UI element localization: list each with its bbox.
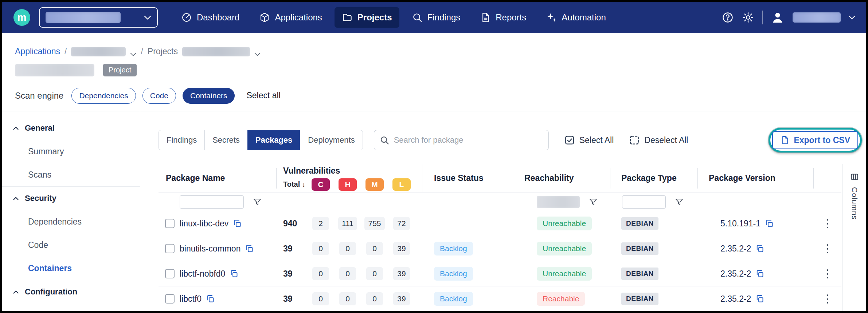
user-avatar-icon[interactable]: [771, 11, 785, 24]
row-menu-kebab[interactable]: ⋮: [822, 268, 833, 279]
nav-label: Applications: [275, 12, 322, 23]
scan-engine-row: Scan engine Dependencies Code Containers…: [2, 80, 866, 111]
header-actions: [814, 168, 841, 189]
row-menu-kebab[interactable]: ⋮: [822, 218, 833, 229]
row-checkbox[interactable]: [165, 294, 175, 304]
sidebar-item-containers[interactable]: Containers: [2, 257, 140, 280]
copy-icon[interactable]: [755, 244, 764, 253]
redacted-reachability-filter[interactable]: [537, 196, 580, 208]
header-package-name[interactable]: Package Name: [159, 168, 277, 189]
search-input[interactable]: [394, 135, 543, 145]
tab-secrets[interactable]: Secrets: [204, 130, 248, 150]
redacted-page-title: [15, 64, 94, 76]
select-all-button[interactable]: Select All: [564, 135, 614, 146]
sidebar-section-label: Configuration: [25, 287, 77, 297]
package-name-link[interactable]: libctf-nobfd0: [180, 269, 225, 279]
filter-funnel-icon[interactable]: [589, 197, 598, 207]
sidebar-section-header-security[interactable]: Security: [2, 187, 140, 210]
tab-findings[interactable]: Findings: [159, 130, 205, 150]
nav-projects[interactable]: Projects: [335, 7, 399, 28]
nav-applications[interactable]: Applications: [252, 7, 329, 28]
sidebar-section-header-configuration[interactable]: Configuration: [2, 280, 140, 304]
vuln-total-count: 940: [277, 219, 307, 229]
header-package-version[interactable]: Package Version: [698, 168, 814, 189]
copy-icon[interactable]: [755, 294, 764, 303]
sidebar-item-summary[interactable]: Summary: [2, 140, 140, 163]
table-filter-row: [159, 193, 841, 211]
vuln-critical-count: 0: [312, 292, 329, 305]
scan-engine-containers[interactable]: Containers: [183, 88, 235, 104]
package-name-filter-input[interactable]: [180, 195, 244, 209]
sidebar-item-dependencies[interactable]: Dependencies: [2, 210, 140, 233]
row-menu-kebab[interactable]: ⋮: [822, 293, 833, 304]
vuln-total-count: 39: [277, 294, 307, 304]
columns-panel-label: Columns: [850, 187, 859, 220]
table-header-row: Package Name Vulnerabilities Total ↓ C H…: [159, 164, 841, 193]
nav-automation[interactable]: Automation: [539, 7, 613, 28]
columns-panel-toggle[interactable]: Columns: [842, 164, 866, 311]
row-checkbox[interactable]: [165, 269, 175, 278]
help-icon[interactable]: [722, 11, 734, 24]
package-name-link[interactable]: linux-libc-dev: [180, 219, 228, 229]
nav-reports[interactable]: Reports: [473, 7, 533, 28]
nav-findings[interactable]: Findings: [404, 7, 468, 28]
gear-icon[interactable]: [742, 11, 754, 24]
chevron-down-icon[interactable]: [130, 52, 136, 56]
package-name-link[interactable]: libctf0: [180, 294, 202, 304]
export-to-csv-button[interactable]: Export to CSV: [772, 131, 858, 149]
row-menu-kebab[interactable]: ⋮: [822, 243, 833, 254]
scan-engine-dependencies[interactable]: Dependencies: [71, 88, 136, 104]
deselect-all-button[interactable]: Deselect All: [629, 135, 688, 146]
package-name-link[interactable]: binutils-common: [180, 244, 241, 254]
header-package-type[interactable]: Package Type: [610, 168, 698, 189]
header-reachability[interactable]: Reachability: [519, 168, 610, 189]
sidebar-item-scans[interactable]: Scans: [2, 163, 140, 186]
copy-icon[interactable]: [206, 294, 215, 303]
package-type-badge: DEBIAN: [621, 293, 658, 305]
sidebar-section-header-general[interactable]: General: [2, 116, 140, 140]
chevron-up-icon: [13, 197, 19, 201]
copy-icon[interactable]: [755, 269, 764, 278]
vuln-medium-count: 0: [366, 267, 383, 280]
chevron-down-icon[interactable]: [849, 15, 855, 20]
row-checkbox[interactable]: [165, 244, 175, 253]
package-type-filter-input[interactable]: [622, 195, 666, 209]
select-all-engines[interactable]: Select all: [246, 91, 280, 100]
sidebar: General Summary Scans Security Dependenc…: [2, 111, 140, 311]
package-version: 2.35.2-2: [720, 244, 751, 254]
header-issue-status[interactable]: Issue Status: [422, 168, 519, 189]
filter-funnel-icon[interactable]: [675, 197, 684, 207]
chevron-up-icon: [13, 126, 19, 130]
package-version: 2.35.2-2: [720, 294, 751, 304]
copy-icon[interactable]: [230, 269, 238, 278]
scan-engine-code[interactable]: Code: [142, 88, 176, 104]
vuln-critical-count: 2: [312, 217, 329, 230]
nav-label: Findings: [427, 12, 461, 23]
vuln-low-count: 39: [393, 267, 410, 280]
breadcrumb: Applications / / Projects: [2, 33, 866, 60]
tab-packages[interactable]: Packages: [247, 130, 301, 150]
breadcrumb-projects: Projects: [148, 47, 178, 56]
row-checkbox[interactable]: [165, 219, 175, 228]
copy-icon[interactable]: [233, 219, 242, 228]
header-vulnerabilities: Vulnerabilities Total ↓ C H M L: [277, 165, 422, 192]
filter-funnel-icon[interactable]: [253, 197, 262, 207]
tab-deployments[interactable]: Deployments: [300, 130, 363, 150]
breadcrumb-applications-link[interactable]: Applications: [15, 47, 60, 56]
organization-dropdown[interactable]: [39, 7, 158, 28]
sidebar-item-code[interactable]: Code: [2, 233, 140, 257]
brand-logo[interactable]: m: [13, 9, 30, 26]
vuln-low-count: 39: [393, 242, 410, 255]
sort-descending-icon: ↓: [302, 180, 305, 189]
header-total-sort[interactable]: Total ↓: [277, 180, 307, 189]
issue-status-badge: Backlog: [434, 292, 473, 306]
packages-table: Package Name Vulnerabilities Total ↓ C H…: [159, 164, 841, 312]
copy-icon[interactable]: [245, 244, 254, 253]
nav-dashboard[interactable]: Dashboard: [174, 7, 247, 28]
package-type-badge: DEBIAN: [621, 242, 658, 255]
reachability-badge: Unreachable: [537, 242, 592, 255]
copy-icon[interactable]: [765, 219, 774, 228]
findings-icon: [412, 12, 423, 23]
reachability-badge: Unreachable: [537, 267, 592, 281]
chevron-down-icon[interactable]: [254, 52, 261, 56]
